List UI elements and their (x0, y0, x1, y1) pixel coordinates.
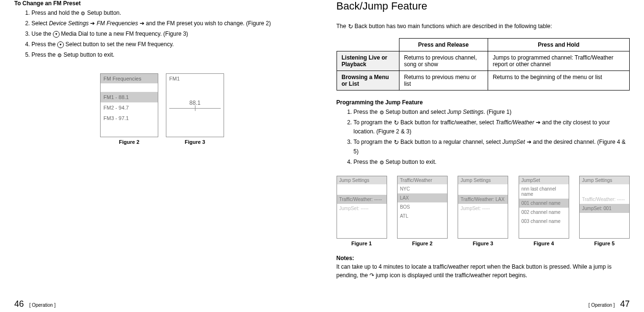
figure-label: Figure 1 (337, 241, 387, 246)
figure-3-screen: Jump SettingsTraffic/Weather: LAXJumpSet… (458, 176, 508, 239)
back-icon: ↺ (348, 22, 353, 31)
setup-icon: ⚙ (81, 10, 85, 16)
row-browsing: Browsing a Menu or List (337, 70, 399, 90)
left-step-5: Press the ⚙ Setup button to exit. (31, 50, 308, 59)
setup-icon: ⚙ (57, 52, 62, 58)
right-step-3: To program the ↺ Back button to a regula… (354, 138, 630, 156)
col-press-hold: Press and Hold (488, 38, 629, 51)
left-step-1: Press and hold the ⚙ Setup button. (31, 9, 308, 17)
figure-3-label: Figure 3 (166, 139, 224, 145)
figure-5-screen: Jump SettingsTraffic/Weather: -----JumpS… (579, 176, 630, 239)
left-step-4: Press the ▾ Select button to set the new… (31, 40, 308, 49)
left-step-3: Use the ▾ Media Dial to tune a new FM fr… (31, 30, 308, 38)
figure-1-screen: Jump SettingsTraffic/Weather: -----JumpS… (337, 176, 387, 239)
setup-icon: ⚙ (379, 159, 384, 165)
left-figures: FM Frequencies FM1 - 88.1 FM2 - 94.7 FM3… (100, 73, 308, 145)
select-button-icon: ▾ (57, 41, 64, 48)
left-step-2: Select Device Settings ➔ FM Frequencies … (31, 19, 308, 28)
figure-label: Figure 5 (579, 241, 630, 246)
jump-icon: ↷ (369, 272, 374, 279)
left-heading: To Change an FM Preset (14, 0, 308, 7)
figure-2-container: FM Frequencies FM1 - 88.1 FM2 - 94.7 FM3… (100, 73, 158, 145)
figure-3-screen: FM1 88.1 (166, 73, 224, 137)
page-47: Back/Jump Feature The ↺ Back button has … (322, 0, 644, 312)
row-listening: Listening Live or Playback (337, 51, 399, 70)
figure-2-screen: FM Frequencies FM1 - 88.1 FM2 - 94.7 FM3… (100, 73, 158, 137)
col-press-release: Press and Release (399, 38, 488, 51)
figure-3-container: FM1 88.1 Figure 3 (166, 73, 224, 145)
programming-heading: Programming the Jump Feature (337, 99, 630, 106)
back-icon: ↺ (394, 138, 399, 147)
figure-label: Figure 2 (397, 241, 448, 246)
figure-2-label: Figure 2 (100, 139, 158, 145)
right-heading: Back/Jump Feature (337, 0, 630, 12)
figure-2-right: Traffic/WeatherNYCLAXBOSATLFigure 2 (397, 176, 448, 246)
right-step-2: To program the ↺ Back button for traffic… (354, 118, 630, 136)
figure-label: Figure 3 (458, 241, 508, 246)
figure-3-right: Jump SettingsTraffic/Weather: LAXJumpSet… (458, 176, 508, 246)
figure-2-screen: Traffic/WeatherNYCLAXBOSATL (397, 176, 448, 239)
right-intro: The ↺ Back button has two main functions… (337, 22, 630, 31)
right-figures: Jump SettingsTraffic/Weather: -----JumpS… (337, 176, 630, 246)
back-icon: ↺ (394, 118, 399, 128)
figure-label: Figure 4 (519, 241, 569, 246)
notes-heading: Notes: (337, 255, 630, 262)
figure-1-right: Jump SettingsTraffic/Weather: -----JumpS… (337, 176, 387, 246)
right-step-4: Press the ⚙ Setup button to exit. (354, 158, 630, 166)
setup-icon: ⚙ (379, 109, 384, 115)
page-46: To Change an FM Preset Press and hold th… (0, 0, 322, 312)
footer-right: [ Operation ] 47 (589, 299, 630, 309)
left-steps-list: Press and hold the ⚙ Setup button. Selec… (14, 9, 308, 59)
right-steps-list: Press the ⚙ Setup button and select Jump… (337, 108, 630, 166)
footer-left: 46 [ Operation ] (14, 299, 55, 309)
notes-text: It can take up to 4 minutes to locate a … (337, 262, 630, 280)
media-dial-icon: ▾ (53, 31, 60, 38)
figure-5-right: Jump SettingsTraffic/Weather: -----JumpS… (579, 176, 630, 246)
right-step-1: Press the ⚙ Setup button and select Jump… (354, 108, 630, 116)
feature-table: Press and Release Press and Hold Listeni… (337, 38, 630, 91)
figure-4-screen: JumpSetnnn last channel name001 channel … (519, 176, 569, 239)
figure-4-right: JumpSetnnn last channel name001 channel … (519, 176, 569, 246)
